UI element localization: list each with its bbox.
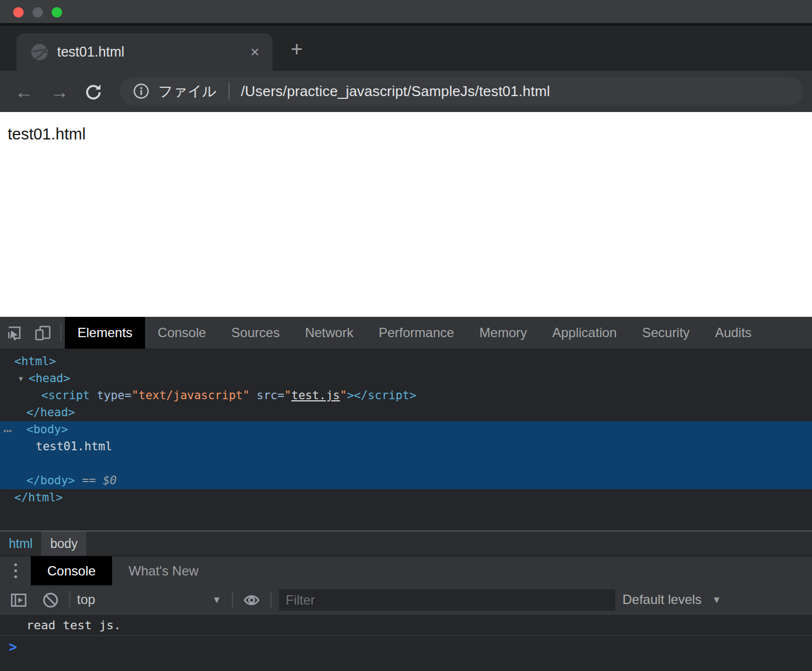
console-log-message: read test js. [0, 614, 812, 636]
dom-breadcrumb-bar: html body [0, 530, 812, 556]
tab-memory[interactable]: Memory [467, 317, 540, 349]
tab-strip: test01.html × + [0, 26, 812, 71]
dom-tree-row-selected[interactable]: test01.html [0, 438, 812, 455]
tab-application[interactable]: Application [540, 317, 629, 349]
forward-button[interactable]: → [47, 80, 71, 104]
dom-tree-row-selected[interactable] [0, 455, 812, 472]
toolbar-separator [232, 591, 233, 608]
tab-security[interactable]: Security [630, 317, 703, 349]
url-text: /Users/practice_javascript/SampleJs/test… [241, 83, 550, 100]
html-open-tag: <html> [14, 355, 56, 368]
script-close-tag: </script> [354, 389, 416, 402]
page-info-icon[interactable] [133, 83, 149, 99]
chevron-down-icon[interactable]: ▼ [19, 370, 23, 387]
window-titlebar [0, 0, 812, 23]
levels-caret-icon[interactable]: ▼ [712, 595, 721, 606]
page-body-text: test01.html [8, 125, 86, 143]
kebab-menu-icon[interactable] [0, 556, 31, 585]
navigation-bar: ← → ファイル /Users/practice_javascript/Samp… [0, 71, 812, 112]
tab-elements[interactable]: Elements [65, 317, 145, 349]
space [90, 389, 97, 402]
drawer-tabbar: Console What's New [0, 556, 812, 585]
attr-type-name: type [97, 389, 125, 402]
toolbar-separator [69, 591, 70, 608]
urlbar-separator [229, 83, 230, 99]
body-text-node: test01.html [36, 440, 112, 453]
html-close-tag: </html> [14, 491, 63, 504]
tab-title: test01.html [57, 44, 124, 60]
breadcrumb-html[interactable]: html [0, 532, 41, 556]
browser-window: test01.html × + ← → ファイル /Users/prac [0, 0, 812, 671]
console-filter-input[interactable] [279, 589, 615, 611]
equals-hint: == [82, 474, 96, 487]
src-value-link[interactable]: test.js [291, 389, 340, 402]
tab-console[interactable]: Console [145, 317, 219, 349]
dom-tree-row[interactable]: <script type="text/javascript" src="test… [0, 387, 812, 404]
page-viewport: test01.html [0, 112, 812, 317]
globe-favicon-icon [31, 43, 48, 61]
tab-network[interactable]: Network [292, 317, 366, 349]
attr-type-value: "text/javascript" [131, 389, 249, 402]
space [75, 474, 82, 487]
dollar-zero-hint: $0 [103, 474, 116, 487]
breadcrumb-body[interactable]: body [41, 532, 86, 556]
head-open-tag: <head> [29, 372, 70, 385]
attr-src-name: src [257, 389, 277, 402]
drawer-tab-console[interactable]: Console [31, 556, 112, 585]
console-sidebar-icon[interactable] [10, 591, 27, 609]
tag-bracket: > [347, 389, 354, 402]
console-output: read test js. > [0, 614, 812, 671]
browser-tab[interactable]: test01.html × [16, 33, 272, 71]
dom-tree-row[interactable]: <html> [0, 353, 812, 370]
body-open-tag: <body> [26, 423, 68, 436]
equals: = [277, 389, 285, 402]
console-prompt-icon: > [9, 639, 17, 655]
toolbar-separator [270, 591, 271, 608]
devtools-panel: Elements Console Sources Network Perform… [0, 317, 812, 671]
devtools-tabbar: Elements Console Sources Network Perform… [0, 317, 812, 349]
url-bar[interactable]: ファイル /Users/practice_javascript/SampleJs… [120, 77, 803, 105]
dom-tree-row[interactable]: </head> [0, 404, 812, 421]
zoom-window-button[interactable] [52, 7, 62, 18]
log-levels-dropdown[interactable]: Default levels [622, 592, 702, 607]
tab-performance[interactable]: Performance [366, 317, 466, 349]
equals: = [125, 389, 132, 402]
toolbar-separator [60, 323, 62, 342]
inspect-element-icon[interactable] [0, 317, 29, 349]
script-open-tag: <script [41, 389, 90, 402]
context-selector[interactable]: top [77, 592, 95, 607]
reload-button[interactable] [84, 82, 103, 102]
close-tab-icon[interactable]: × [245, 42, 265, 62]
clear-console-icon[interactable] [42, 591, 59, 609]
dom-tree-row[interactable]: </html> [0, 489, 812, 506]
url-scheme-label: ファイル [158, 82, 216, 101]
tab-audits[interactable]: Audits [702, 317, 764, 349]
drawer-tab-whats-new[interactable]: What's New [112, 556, 215, 585]
live-expression-eye-icon[interactable] [243, 591, 260, 609]
dom-tree-row-selected[interactable]: </body> == $0 [0, 472, 812, 489]
new-tab-button[interactable]: + [285, 37, 309, 61]
quote: " [285, 389, 292, 402]
tab-sources[interactable]: Sources [219, 317, 292, 349]
context-caret-icon[interactable]: ▼ [212, 595, 221, 606]
dom-tree-row[interactable]: ▼<head> [0, 370, 812, 387]
close-window-button[interactable] [13, 7, 24, 18]
head-close-tag: </head> [26, 406, 75, 419]
overflow-dots-icon[interactable]: … [3, 419, 11, 436]
space [249, 389, 257, 402]
back-button[interactable]: ← [12, 80, 36, 104]
quote: " [340, 389, 347, 402]
body-close-tag: </body> [26, 474, 75, 487]
minimize-window-button[interactable] [32, 7, 43, 18]
console-prompt-row[interactable]: > [0, 636, 812, 660]
dom-tree: <html> ▼<head> <script type="text/javasc… [0, 350, 812, 530]
dom-tree-row-selected[interactable]: …<body> [0, 421, 812, 438]
space [96, 474, 103, 487]
device-toolbar-icon[interactable] [29, 317, 57, 349]
console-toolbar: top ▼ Default levels ▼ [0, 585, 812, 614]
